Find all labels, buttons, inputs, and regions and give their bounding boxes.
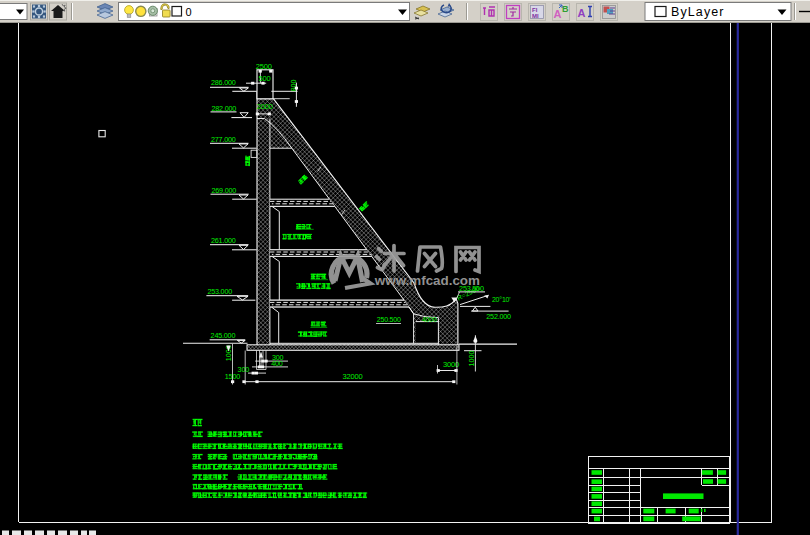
svg-text:A: A — [554, 8, 562, 20]
svg-text:www.mfcad.com: www.mfcad.com — [374, 273, 480, 288]
svg-text:ByLayer: ByLayer — [671, 5, 725, 19]
svg-text:250.500: 250.500 — [377, 316, 401, 323]
svg-text:261.000: 261.000 — [211, 236, 236, 245]
svg-text:245.000: 245.000 — [211, 331, 236, 340]
svg-text:32000: 32000 — [343, 372, 363, 381]
svg-text:MI: MI — [532, 13, 539, 19]
svg-text:277.000: 277.000 — [211, 135, 236, 144]
svg-text:0: 0 — [186, 6, 192, 18]
svg-text:B: B — [562, 4, 569, 14]
svg-text:20°10': 20°10' — [492, 296, 511, 303]
svg-text:2500: 2500 — [256, 62, 272, 71]
svg-text:FI: FI — [532, 7, 538, 13]
svg-text:253.000: 253.000 — [207, 287, 232, 296]
svg-text:A: A — [578, 7, 586, 19]
svg-text:1000: 1000 — [467, 351, 476, 367]
svg-text:269.000: 269.000 — [212, 186, 237, 195]
svg-text:252.000: 252.000 — [486, 312, 511, 321]
svg-text:2000: 2000 — [257, 102, 273, 111]
svg-text:286.000: 286.000 — [211, 78, 236, 87]
svg-text:4000: 4000 — [422, 316, 437, 323]
